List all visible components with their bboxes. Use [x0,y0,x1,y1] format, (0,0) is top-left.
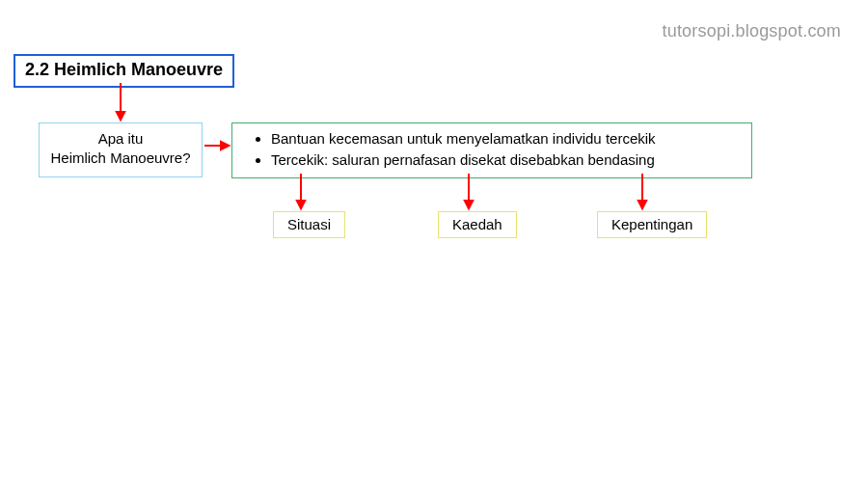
definition-node: Bantuan kecemasan untuk menyelamatkan in… [231,122,752,178]
section-title: 2.2 Heimlich Manoeuvre [25,60,223,79]
child-node-kaedah: Kaedah [438,211,517,238]
definition-bullet-2: Tercekik: saluran pernafasan disekat dis… [271,149,746,171]
child-node-situasi: Situasi [273,211,345,238]
definition-list: Bantuan kecemasan untuk menyelamatkan in… [238,128,746,171]
question-line2: Heimlich Manoeuvre? [50,149,190,166]
section-title-box: 2.2 Heimlich Manoeuvre [14,54,234,88]
question-line1: Apa itu [98,130,144,147]
definition-bullet-1: Bantuan kecemasan untuk menyelamatkan in… [271,128,746,149]
child-label-situasi: Situasi [287,216,331,232]
child-label-kaedah: Kaedah [452,216,502,232]
child-node-kepentingan: Kepentingan [597,211,707,238]
question-node: Apa itu Heimlich Manoeuvre? [39,122,203,177]
child-label-kepentingan: Kepentingan [611,216,692,232]
watermark-text: tutorsopi.blogspot.com [663,21,842,41]
